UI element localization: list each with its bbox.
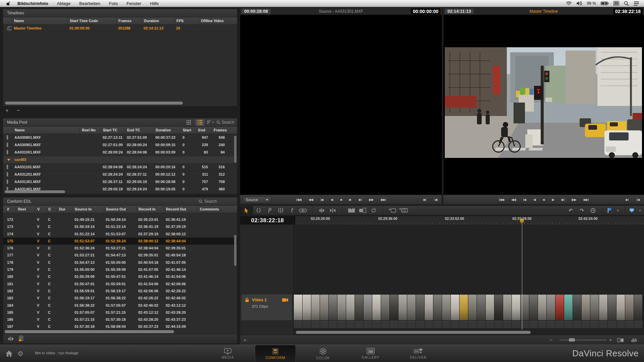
clip-thumbnail[interactable]	[503, 295, 512, 320]
clip-bar[interactable]	[512, 321, 520, 328]
edl-event-row[interactable]: 187 V C 01:57:30:18 01:58:08:04 02:43:37…	[3, 323, 237, 330]
clip-bar[interactable]	[503, 321, 512, 328]
goto-out-button[interactable]: ▶|	[626, 198, 628, 201]
clip-thumbnail[interactable]	[460, 295, 468, 320]
clip-bar[interactable]	[590, 321, 599, 328]
clip-thumbnail[interactable]	[311, 295, 320, 320]
col-frames[interactable]: Frames	[211, 127, 228, 134]
clip-thumbnail[interactable]	[616, 295, 625, 320]
edl-event-row[interactable]: 173 V C 01:50:34:14 01:51:22:14 02:36:41…	[3, 223, 237, 230]
match-frame-icon[interactable]	[7, 337, 14, 341]
clip-thumbnail[interactable]	[425, 295, 433, 320]
transport-button[interactable]: ■	[340, 198, 342, 201]
clip-bar[interactable]	[364, 321, 372, 328]
clip-thumbnail[interactable]	[294, 295, 302, 320]
clip-bar[interactable]	[625, 321, 634, 328]
spotlight-icon[interactable]	[624, 1, 629, 6]
clip-thumbnail[interactable]	[486, 295, 494, 320]
tab-color[interactable]: COLOR	[303, 345, 343, 362]
menu-foto[interactable]: Foto	[109, 1, 118, 6]
col-end[interactable]: End	[196, 127, 211, 134]
volume-icon[interactable]	[577, 1, 582, 6]
clip-bar[interactable]	[451, 321, 459, 328]
dynamic-trim-tool-button[interactable]	[264, 206, 275, 214]
clip-thumbnail[interactable]	[372, 295, 381, 320]
media-clip-row[interactable]: AA030801.MXF 02:27:13:11 02:27:51:09 00:…	[3, 134, 237, 141]
transport-button[interactable]: ▶▶|	[584, 198, 589, 201]
clip-thumbnail[interactable]	[416, 295, 424, 320]
clip-bar[interactable]	[329, 321, 337, 328]
clip-thumbnail[interactable]	[599, 295, 607, 320]
list-view-icon[interactable]	[196, 119, 204, 126]
clip-bar[interactable]	[425, 321, 433, 328]
col-num[interactable]: #	[3, 206, 16, 213]
clip-thumbnail[interactable]	[625, 295, 634, 320]
timeline-current-timecode[interactable]: 02:38:22:18	[613, 8, 643, 14]
clip-bar[interactable]	[390, 321, 398, 328]
menu-fenster[interactable]: Fenster	[126, 1, 141, 6]
transport-button[interactable]: ▶|	[359, 198, 362, 201]
edl-event-row[interactable]: 185 V C 01:57:05:07 01:57:21:15 02:43:12…	[3, 309, 237, 316]
media-pool-horizontal-scrollbar[interactable]	[5, 190, 65, 193]
clip-bar[interactable]	[573, 321, 581, 328]
media-clip-row[interactable]: AA031201.MXF 02:28:24:24 02:28:37:11 00:…	[3, 171, 237, 178]
col-dur[interactable]: Dur	[57, 206, 72, 213]
clip-thumbnail[interactable]	[538, 295, 546, 320]
thumbnail-view-icon[interactable]	[185, 120, 193, 125]
timeline-horizontal-scrollbar[interactable]	[296, 331, 531, 334]
col-comments[interactable]: Comments	[198, 206, 237, 213]
col-record-in[interactable]: Record In	[136, 206, 164, 213]
menu-bearbeiten[interactable]: Bearbeiten	[79, 1, 100, 6]
timeline-ruler-track[interactable]: 02:25:20:0002:29:36:0002:33:52:0002:38:0…	[295, 216, 644, 225]
col-record-out[interactable]: Record Out	[164, 206, 198, 213]
add-timeline-button[interactable]: +	[5, 107, 9, 114]
media-pool-vertical-scrollbar[interactable]	[234, 136, 236, 163]
clip-thumbnail[interactable]	[547, 295, 555, 320]
clip-thumbnail[interactable]	[494, 295, 503, 320]
timeline-current-timecode-display[interactable]: 02:38:22:18	[240, 216, 295, 225]
folder-open-triangle[interactable]	[7, 159, 10, 161]
clip-bar[interactable]	[337, 321, 346, 328]
clip-bar[interactable]	[311, 321, 320, 328]
track-lock-icon[interactable]	[245, 298, 249, 302]
media-clip-row[interactable]: AA031101.MXF 02:28:04:08 02:28:24:24 00:…	[3, 164, 237, 171]
transport-button[interactable]: ◀	[533, 198, 536, 201]
track-video-enable-icon[interactable]	[282, 298, 288, 302]
transport-button[interactable]: ▶	[349, 198, 352, 201]
clip-bar[interactable]	[634, 321, 642, 328]
transport-button[interactable]: |◀	[320, 198, 323, 201]
clip-bar[interactable]	[608, 321, 616, 328]
clip-thumbnail[interactable]	[346, 295, 355, 320]
col-start-time-code[interactable]: Start Time Code	[67, 17, 116, 24]
redo-button[interactable]: ↷	[576, 206, 587, 214]
col-end-tc[interactable]: End TC	[125, 127, 153, 134]
goto-in-button[interactable]: |◀	[637, 198, 639, 201]
undo-button[interactable]: ↶	[565, 206, 576, 214]
clip-bar[interactable]	[320, 321, 328, 328]
clip-thumbnail[interactable]	[398, 295, 407, 320]
edl-event-row[interactable]: 176 V C 01:52:36:24 01:53:27:21 02:38:44…	[3, 245, 237, 252]
clip-thumbnail[interactable]	[337, 295, 346, 320]
edl-event-row[interactable]: 184 V C 01:56:38:22 01:57:05:07 02:42:46…	[3, 302, 237, 309]
clip-bar[interactable]	[477, 321, 485, 328]
clip-bar[interactable]	[616, 321, 625, 328]
playhead-line[interactable]	[522, 219, 522, 330]
clip-thumbnail[interactable]	[634, 295, 642, 320]
clip-thumbnail[interactable]	[320, 295, 328, 320]
clip-bar[interactable]	[416, 321, 424, 328]
clip-thumbnail[interactable]	[590, 295, 599, 320]
clip-thumbnail[interactable]	[555, 295, 564, 320]
transport-button[interactable]: ▶▶|	[381, 198, 386, 201]
clip-bar[interactable]	[381, 321, 389, 328]
marker-dropdown-caret[interactable]: ▾	[637, 206, 643, 214]
keyboard-viewer-icon[interactable]	[613, 1, 619, 6]
col-c[interactable]: C	[46, 206, 57, 213]
transport-button[interactable]: |◀◀	[296, 198, 301, 201]
clip-thumbnail[interactable]	[564, 295, 573, 320]
col-v[interactable]: V	[35, 206, 46, 213]
transport-button[interactable]: ◀◀	[309, 198, 313, 201]
timeline-viewer-screen[interactable]	[443, 15, 644, 194]
conform-edl-horizontal-scrollbar[interactable]	[5, 330, 174, 333]
transport-button[interactable]: ▶▶	[572, 198, 576, 201]
menu-extra-list-icon[interactable]	[634, 1, 639, 6]
